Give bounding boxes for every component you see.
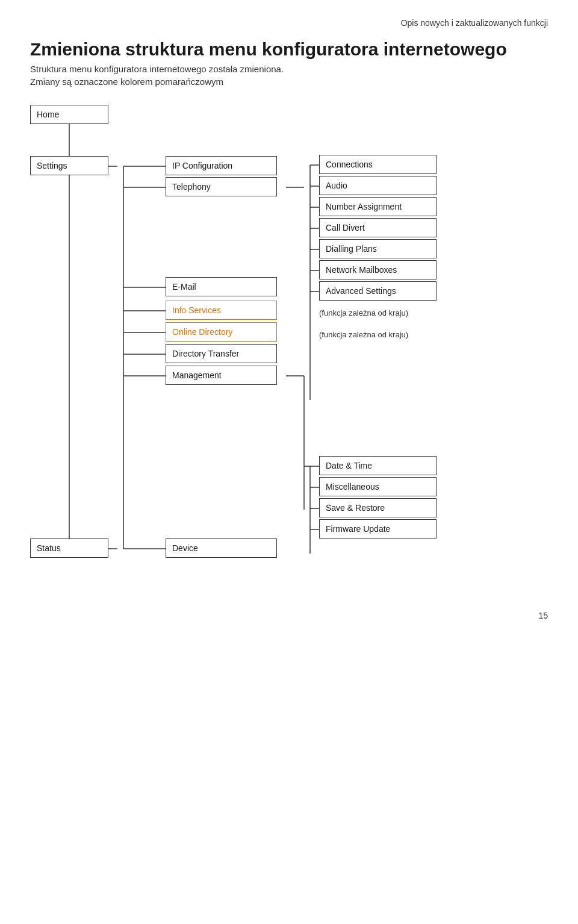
connector-lines (30, 105, 548, 599)
connections-box: Connections (319, 155, 437, 174)
diagram-container: Home Settings Status IP Configuration Te… (30, 105, 548, 599)
status-box: Status (30, 538, 108, 558)
miscellaneous-box: Miscellaneous (319, 477, 437, 496)
email-box: E-Mail (166, 277, 277, 296)
dialling-plans-box: Dialling Plans (319, 239, 437, 258)
settings-box: Settings (30, 156, 108, 175)
info-services-box: Info Services (166, 301, 277, 320)
page-number: 15 (30, 611, 548, 620)
management-box: Management (166, 366, 277, 385)
save-restore-box: Save & Restore (319, 498, 437, 517)
firmware-update-box: Firmware Update (319, 519, 437, 538)
date-time-box: Date & Time (319, 456, 437, 475)
audio-box: Audio (319, 176, 437, 195)
header-title: Opis nowych i zaktualizowanych funkcji (401, 18, 548, 28)
page-header: Opis nowych i zaktualizowanych funkcji (30, 18, 548, 28)
main-title: Zmieniona struktura menu konfiguratora i… (30, 39, 548, 60)
network-mailboxes-box: Network Mailboxes (319, 260, 437, 279)
info-services-annotation: (funkcja zależna od kraju) (319, 303, 408, 322)
subtitle: Struktura menu konfiguratora internetowe… (30, 64, 548, 74)
call-divert-box: Call Divert (319, 218, 437, 237)
home-box: Home (30, 105, 108, 124)
device-box: Device (166, 538, 277, 558)
ip-config-box: IP Configuration (166, 156, 277, 175)
telephony-box: Telephony (166, 177, 277, 196)
online-directory-box: Online Directory (166, 322, 277, 342)
online-directory-annotation: (funkcja zależna od kraju) (319, 325, 408, 344)
directory-transfer-box: Directory Transfer (166, 344, 277, 363)
advanced-settings-box: Advanced Settings (319, 281, 437, 301)
number-assignment-box: Number Assignment (319, 197, 437, 216)
subtitle2: Zmiany są oznaczone kolorem pomarańczowy… (30, 76, 548, 87)
